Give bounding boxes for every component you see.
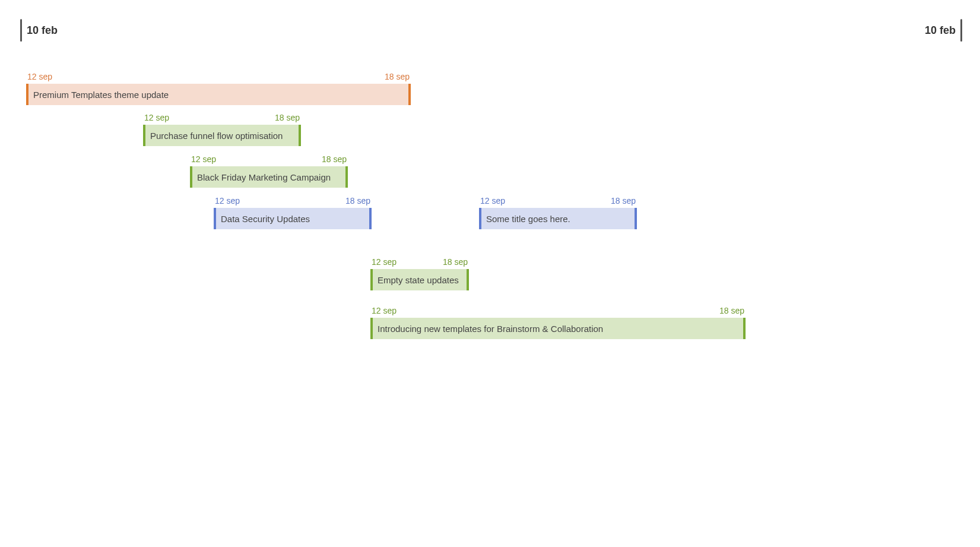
bar-title: Purchase funnel flow optimisation	[143, 125, 301, 146]
bar-dates: 12 sep18 sep	[190, 154, 348, 166]
timeline-bar-some-title[interactable]: 12 sep18 sepSome title goes here.	[479, 196, 637, 229]
bar-dates: 12 sep18 sep	[370, 257, 469, 269]
range-end-label: 10 feb	[925, 24, 956, 37]
bar-start-date: 12 sep	[480, 196, 505, 205]
bar-dates: 12 sep18 sep	[370, 306, 746, 318]
bar-end-date: 18 sep	[385, 72, 410, 81]
timeline-bar-empty-state[interactable]: 12 sep18 sepEmpty state updates	[370, 257, 469, 290]
timeline-canvas: 10 feb 10 feb 12 sep18 sepPremium Templa…	[0, 0, 980, 547]
bar-title: Black Friday Marketing Campaign	[190, 166, 348, 188]
bar-start-date: 12 sep	[372, 257, 397, 267]
bar-dates: 12 sep18 sep	[214, 196, 372, 208]
bar-start-date: 12 sep	[372, 306, 397, 315]
bar-dates: 12 sep18 sep	[26, 72, 411, 84]
bar-start-date: 12 sep	[215, 196, 240, 205]
bar-end-date: 18 sep	[345, 196, 370, 205]
bar-title: Data Security Updates	[214, 208, 372, 229]
bar-end-date: 18 sep	[719, 306, 744, 315]
range-end-marker: 10 feb	[925, 19, 962, 42]
bar-end-date: 18 sep	[443, 257, 468, 267]
bar-end-date: 18 sep	[275, 113, 300, 122]
range-start-label: 10 feb	[27, 24, 58, 37]
bar-title: Empty state updates	[370, 269, 469, 290]
bar-start-date: 12 sep	[144, 113, 169, 122]
timeline-bar-black-friday[interactable]: 12 sep18 sepBlack Friday Marketing Campa…	[190, 154, 348, 188]
range-start-tick-icon	[20, 19, 22, 42]
bar-start-date: 12 sep	[27, 72, 52, 81]
bar-end-date: 18 sep	[611, 196, 636, 205]
timeline-bar-premium-templates[interactable]: 12 sep18 sepPremium Templates theme upda…	[26, 72, 411, 105]
bar-dates: 12 sep18 sep	[479, 196, 637, 208]
bar-title: Introducing new templates for Brainstorm…	[370, 318, 746, 339]
bar-end-date: 18 sep	[322, 154, 347, 164]
bar-start-date: 12 sep	[191, 154, 216, 164]
bar-title: Premium Templates theme update	[26, 84, 411, 105]
timeline-bar-new-templates[interactable]: 12 sep18 sepIntroducing new templates fo…	[370, 306, 746, 339]
timeline-bar-purchase-funnel[interactable]: 12 sep18 sepPurchase funnel flow optimis…	[143, 113, 301, 146]
range-start-marker: 10 feb	[20, 19, 58, 42]
bar-dates: 12 sep18 sep	[143, 113, 301, 125]
range-end-tick-icon	[960, 19, 962, 42]
bar-title: Some title goes here.	[479, 208, 637, 229]
timeline-bar-data-security[interactable]: 12 sep18 sepData Security Updates	[214, 196, 372, 229]
